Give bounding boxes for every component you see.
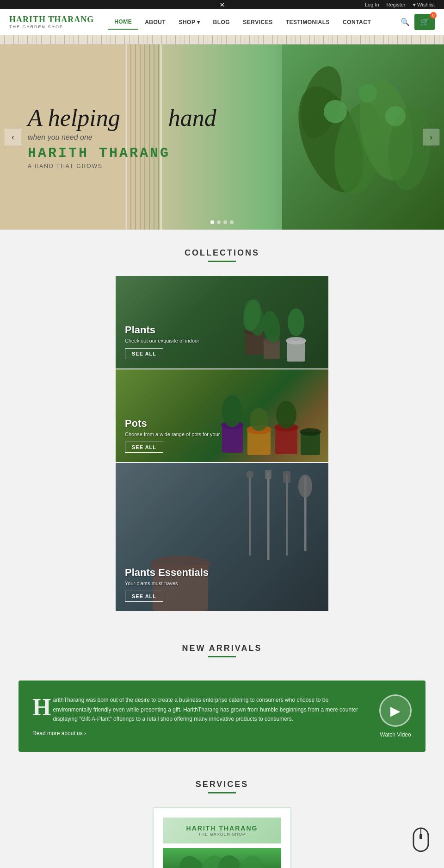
hero-title: A helping hand	[28, 105, 216, 131]
hero-slider: A helping hand when you need one HARITH …	[0, 44, 444, 230]
svg-point-7	[385, 106, 406, 126]
collections-title: COLLECTIONS	[9, 248, 435, 258]
logo-subtitle: THE GARDEN SHOP	[9, 25, 94, 29]
about-section-wrapper: HarithTharang was born out of the desire…	[0, 681, 444, 766]
play-button[interactable]: ▶	[379, 694, 412, 727]
video-area: ▶ Watch Video	[379, 694, 412, 738]
about-body: HarithTharang was born out of the desire…	[32, 695, 365, 724]
new-arrivals-section: NEW ARRIVALS	[0, 630, 444, 681]
read-more-link[interactable]: Read more about us ›	[32, 730, 86, 737]
svg-point-6	[358, 84, 377, 102]
plants-content: Plants Check out our exquisite of indoor…	[125, 324, 199, 359]
service-card-preview: HARITH THARANG THE GARDEN SHOP 0	[153, 807, 291, 868]
mouse-icon	[412, 826, 430, 854]
nav-home[interactable]: HOME	[108, 15, 138, 30]
new-arrivals-underline	[208, 656, 236, 657]
collections-list: Plants Check out our exquisite of indoor…	[116, 276, 328, 611]
nav-testimonials[interactable]: TESTIMONIALS	[279, 15, 336, 29]
essentials-content: Plants Essentials Your plants must-haves…	[125, 567, 209, 602]
mouse-icon-area	[412, 826, 430, 854]
service-leaves-svg	[176, 850, 268, 868]
slider-dot-4[interactable]	[230, 220, 234, 224]
nav-icons: 🔍 🛒 0	[401, 14, 435, 30]
essentials-see-all-button[interactable]: SEE ALL	[125, 591, 163, 602]
services-underline	[208, 792, 236, 793]
service-logo-sub: THE GARDEN SHOP	[170, 832, 274, 837]
services-section: SERVICES HARITH THARANG THE GARDEN SHOP …	[0, 766, 444, 868]
hero-background: A helping hand when you need one HARITH …	[0, 44, 444, 230]
about-first-letter: H	[32, 695, 51, 719]
ruler-decoration	[0, 35, 444, 44]
hero-leaves	[282, 44, 444, 230]
pots-content: Pots Choose from a wide range of pots fo…	[125, 418, 220, 453]
services-title: SERVICES	[9, 780, 435, 789]
pots-desc: Choose from a wide range of pots for you…	[125, 431, 220, 437]
register-link[interactable]: Register	[387, 2, 406, 7]
watch-video-label: Watch Video	[380, 731, 411, 738]
nav-about[interactable]: ABOUT	[138, 15, 172, 29]
cart-badge: 0	[430, 12, 437, 19]
collections-section: COLLECTIONS	[0, 230, 444, 630]
collection-card-plants[interactable]: Plants Check out our exquisite of indoor…	[116, 276, 328, 368]
nav-blog[interactable]: BLOG	[207, 15, 237, 29]
about-text-area: HarithTharang was born out of the desire…	[32, 695, 365, 737]
wishlist-link[interactable]: ♥ Wishlist	[413, 2, 435, 7]
slider-dots	[210, 220, 234, 224]
logo-name: HARITH THARANG	[9, 15, 94, 25]
mouse-svg	[412, 826, 430, 854]
cart-button[interactable]: 🛒 0	[414, 14, 435, 30]
leaves-svg	[294, 56, 432, 218]
close-button[interactable]: ✕	[220, 1, 225, 8]
search-icon[interactable]: 🔍	[401, 18, 410, 26]
new-arrivals-title: NEW ARRIVALS	[9, 643, 435, 653]
top-bar: ✕ Log In Register ♥ Wishlist	[0, 0, 444, 9]
plants-desc: Check out our exquisite of indoor	[125, 338, 199, 343]
slider-dot-1[interactable]	[210, 220, 214, 224]
collections-underline	[208, 261, 236, 262]
hero-text: A helping hand when you need one HARITH …	[0, 86, 244, 187]
slider-dot-3[interactable]	[223, 220, 227, 224]
slider-prev-button[interactable]: ‹	[5, 129, 21, 145]
collection-card-essentials[interactable]: Plants Essentials Your plants must-haves…	[116, 463, 328, 611]
slider-next-button[interactable]: ›	[423, 129, 439, 145]
plants-see-all-button[interactable]: SEE ALL	[125, 348, 163, 359]
about-video-section: HarithTharang was born out of the desire…	[18, 681, 426, 752]
navbar: HARITH THARANG THE GARDEN SHOP HOME ABOU…	[0, 9, 444, 35]
svg-rect-45	[419, 834, 422, 839]
logo: HARITH THARANG THE GARDEN SHOP	[9, 15, 94, 29]
pots-title: Pots	[125, 418, 220, 430]
hero-logo-text: HARITH THARANG	[28, 145, 216, 161]
service-card-header: HARITH THARANG THE GARDEN SHOP	[163, 818, 281, 843]
service-leaves-deco	[163, 848, 281, 868]
plants-title: Plants	[125, 324, 199, 336]
collection-card-pots[interactable]: Pots Choose from a wide range of pots fo…	[116, 369, 328, 462]
hero-subtitle: when you need one	[28, 133, 216, 142]
essentials-title: Plants Essentials	[125, 567, 209, 579]
essentials-desc: Your plants must-haves	[125, 581, 209, 586]
nav-shop[interactable]: SHOP ▾	[172, 15, 206, 29]
svg-point-5	[324, 100, 347, 123]
service-logo-text: HARITH THARANG	[170, 824, 274, 832]
nav-services[interactable]: SERVICES	[236, 15, 279, 29]
hero-tagline: a hand that grows	[28, 163, 216, 169]
nav-links: HOME ABOUT SHOP ▾ BLOG SERVICES TESTIMON…	[108, 15, 401, 30]
slider-dot-2[interactable]	[217, 220, 221, 224]
nav-contact[interactable]: CONTACT	[336, 15, 377, 29]
login-link[interactable]: Log In	[365, 2, 379, 7]
pots-see-all-button[interactable]: SEE ALL	[125, 442, 163, 453]
